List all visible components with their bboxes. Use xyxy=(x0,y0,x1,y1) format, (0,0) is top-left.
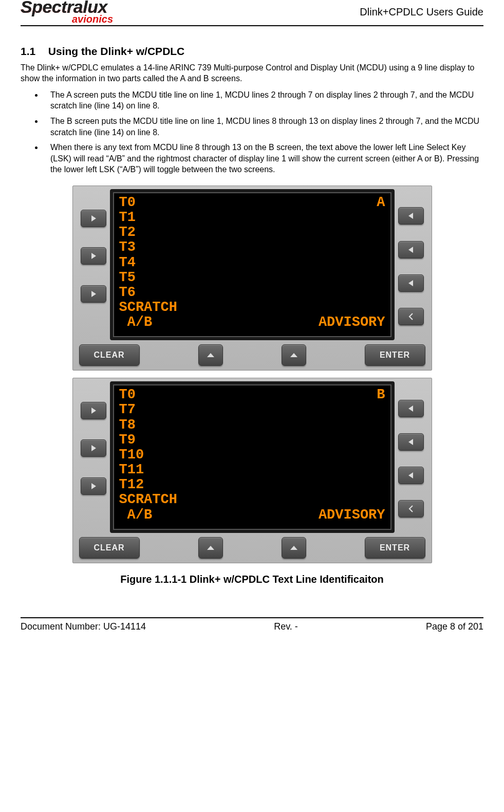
text-line: T4 xyxy=(119,255,136,270)
text-line: T5 xyxy=(119,270,136,285)
lsk-right-2[interactable] xyxy=(398,241,424,259)
footer-left: Document Number: UG-14114 xyxy=(21,620,146,633)
text-line: T8 xyxy=(119,418,136,433)
svg-marker-4 xyxy=(408,247,413,253)
section-intro: The Dlink+ w/CPDLC emulates a 14-line AR… xyxy=(21,62,483,84)
lsk-column-left xyxy=(77,381,110,532)
enter-button[interactable]: ENTER xyxy=(365,537,425,559)
bullet-item: The A screen puts the MCDU title line on… xyxy=(43,89,483,112)
enter-label: ENTER xyxy=(380,542,410,553)
svg-marker-7 xyxy=(290,353,297,357)
lsk-left-2[interactable] xyxy=(81,247,106,265)
lsk-right-1[interactable] xyxy=(398,207,424,225)
text-line: T9 xyxy=(119,433,136,448)
triangle-right-icon xyxy=(89,214,98,223)
lsk-left-3[interactable] xyxy=(81,285,106,303)
lsk-column-right xyxy=(395,189,427,340)
section-heading: 1.1 Using the Dlink+ w/CPDLC xyxy=(21,44,483,59)
svg-marker-1 xyxy=(91,253,96,259)
lsk-right-2[interactable] xyxy=(398,433,424,451)
lsk-left-1[interactable] xyxy=(81,402,106,419)
triangle-up-icon xyxy=(206,545,215,551)
lsk-left-3[interactable] xyxy=(81,477,106,495)
lsk-left-1[interactable] xyxy=(81,210,106,227)
clear-button[interactable]: CLEAR xyxy=(79,344,140,366)
enter-button[interactable]: ENTER xyxy=(365,344,425,366)
page-footer: Document Number: UG-14114 Rev. - Page 8 … xyxy=(21,617,483,633)
svg-marker-10 xyxy=(91,483,96,489)
triangle-left-icon xyxy=(407,471,415,479)
text-line: T2 xyxy=(119,225,136,240)
title-right: A xyxy=(377,195,385,210)
triangle-left-icon xyxy=(407,404,415,413)
svg-marker-13 xyxy=(408,472,413,478)
scroll-up-button[interactable] xyxy=(198,537,223,559)
title-right: B xyxy=(377,387,385,402)
lsk-right-3[interactable] xyxy=(398,467,424,484)
svg-marker-11 xyxy=(408,405,413,412)
chevron-left-icon xyxy=(407,312,415,321)
svg-marker-8 xyxy=(91,408,96,414)
advisory-label: ADVISORY xyxy=(319,508,385,523)
triangle-up-icon xyxy=(289,352,298,358)
ab-label: A/B xyxy=(127,508,204,523)
triangle-up-icon xyxy=(289,545,298,551)
scroll-up-button[interactable] xyxy=(198,344,223,366)
triangle-left-icon xyxy=(407,246,415,254)
page-header: Spectralux avionics Dlink+CPDLC Users Gu… xyxy=(21,0,483,26)
figure-caption: Figure 1.1.1-1 Dlink+ w/CPDLC Text Line … xyxy=(120,573,384,586)
triangle-right-icon xyxy=(89,290,98,298)
scroll-up-button[interactable] xyxy=(282,537,306,559)
lsk-column-right xyxy=(395,381,427,532)
triangle-right-icon xyxy=(89,444,98,452)
triangle-left-icon xyxy=(407,212,415,220)
logo-sub: avionics xyxy=(72,14,113,24)
lsk-left-2[interactable] xyxy=(81,439,106,457)
lsk-right-4[interactable] xyxy=(398,500,424,518)
svg-marker-3 xyxy=(408,213,413,219)
scratch-line: SCRATCH xyxy=(119,300,177,315)
lsk-right-4[interactable] xyxy=(398,308,424,325)
logo-main: Spectralux xyxy=(21,0,107,14)
section-title: Using the Dlink+ w/CPDLC xyxy=(48,45,184,57)
svg-marker-6 xyxy=(207,353,214,357)
text-line: T3 xyxy=(119,240,136,255)
ab-label: A/B xyxy=(127,315,204,330)
scratch-line: SCRATCH xyxy=(119,492,177,507)
svg-marker-15 xyxy=(290,546,297,550)
lsk-right-3[interactable] xyxy=(398,274,424,292)
triangle-right-icon xyxy=(89,482,98,490)
svg-marker-0 xyxy=(91,215,96,222)
svg-marker-12 xyxy=(408,439,413,445)
lsk-right-1[interactable] xyxy=(398,400,424,417)
section-number: 1.1 xyxy=(21,44,45,59)
clear-label: CLEAR xyxy=(94,542,124,553)
figure: T0A T1 T2 T3 T4 T5 T6 SCRATCH A/B ADVISO… xyxy=(21,186,483,586)
triangle-left-icon xyxy=(407,438,415,446)
text-line: T6 xyxy=(119,285,136,300)
text-line: T12 xyxy=(119,477,144,492)
text-line: T10 xyxy=(119,448,144,463)
svg-marker-14 xyxy=(207,546,214,550)
mcdu-screen-b: T0B T7 T8 T9 T10 T11 T12 SCRATCH A/B ADV… xyxy=(110,381,395,532)
chevron-left-icon xyxy=(407,505,415,513)
triangle-right-icon xyxy=(89,252,98,260)
title-left: T0 xyxy=(119,387,136,402)
triangle-left-icon xyxy=(407,279,415,287)
mcdu-unit-b: T0B T7 T8 T9 T10 T11 T12 SCRATCH A/B ADV… xyxy=(72,378,432,563)
advisory-label: ADVISORY xyxy=(319,315,385,330)
footer-center: Rev. - xyxy=(274,620,298,633)
enter-label: ENTER xyxy=(380,349,410,361)
scroll-up-button[interactable] xyxy=(282,344,306,366)
bullet-item: The B screen puts the MCDU title line on… xyxy=(43,116,483,138)
logo: Spectralux avionics xyxy=(21,0,113,24)
clear-button[interactable]: CLEAR xyxy=(79,537,140,559)
text-line: T7 xyxy=(119,402,136,417)
svg-marker-9 xyxy=(91,445,96,451)
svg-marker-2 xyxy=(91,291,96,297)
section-bullets: The A screen puts the MCDU title line on… xyxy=(21,89,483,175)
lsk-column-left xyxy=(77,189,110,340)
svg-marker-5 xyxy=(408,280,413,286)
text-line: T1 xyxy=(119,210,136,225)
bullet-item: When there is any text from MCDU line 8 … xyxy=(43,142,483,175)
